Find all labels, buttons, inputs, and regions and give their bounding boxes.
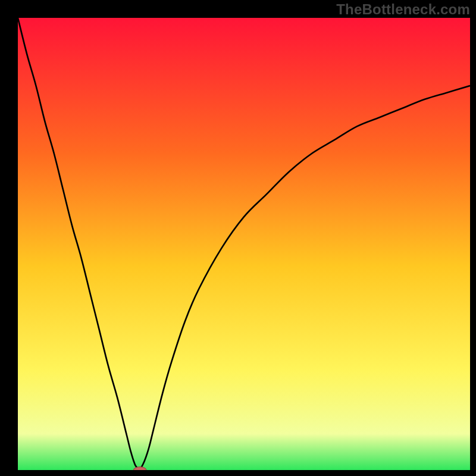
gradient-background	[18, 18, 470, 470]
watermark-text: TheBottleneck.com	[336, 1, 470, 18]
plot-area	[18, 18, 470, 470]
plot-svg	[18, 18, 470, 470]
chart-frame: TheBottleneck.com	[0, 0, 476, 476]
